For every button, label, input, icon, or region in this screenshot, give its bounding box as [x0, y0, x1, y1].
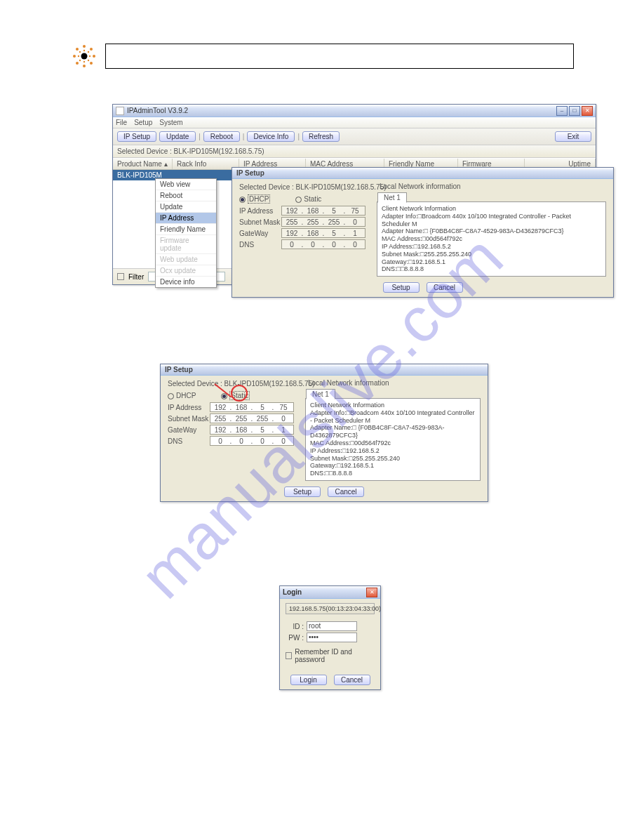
- close-button[interactable]: ✕: [582, 106, 593, 116]
- radio-dhcp-2[interactable]: [168, 393, 174, 399]
- reboot-button[interactable]: Reboot: [203, 131, 240, 142]
- info-adapter-info-2: Adapter Info:□Broadcom 440x 10/100 Integ…: [310, 409, 476, 425]
- label-gw: GateWay: [239, 230, 281, 237]
- info-ip-2: IP Address:□192.168.5.2: [310, 447, 476, 455]
- label-ip-2: IP Address: [168, 404, 210, 411]
- info-mask: Subnet Mask:□255.255.255.240: [382, 251, 601, 258]
- update-button[interactable]: Update: [159, 131, 196, 142]
- radio-dhcp-label-2: DHCP: [176, 392, 196, 399]
- ctx-web-update: Web update: [156, 254, 216, 265]
- login-pw-input[interactable]: ••••: [307, 633, 357, 642]
- separator: |: [297, 133, 300, 140]
- window-title: IPAdminTool V3.9.2: [127, 107, 556, 114]
- svg-point-2: [83, 65, 86, 67]
- input-gateway-2[interactable]: 192.168.5.1: [210, 425, 294, 435]
- selected-device-value: BLK-IPD105M(192.168.5.75): [174, 147, 264, 155]
- login-pw-label: PW :: [286, 634, 304, 642]
- maximize-button[interactable]: □: [569, 106, 580, 116]
- label-mask: Subnet Mask: [239, 218, 281, 226]
- input-gateway[interactable]: 192.168.5.1: [281, 228, 365, 238]
- setup-button-2[interactable]: Setup: [284, 486, 321, 497]
- svg-point-1: [83, 45, 86, 48]
- login-button[interactable]: Login: [290, 675, 327, 685]
- separator: |: [199, 133, 201, 140]
- info-mac: MAC Address:□00d564f792c: [382, 235, 601, 243]
- login-window: Login ✕ 192.168.5.75(00:13:23:04:33:00) …: [279, 585, 381, 690]
- info-gw-2: Gateway:□192.168.5.1: [310, 462, 476, 470]
- cancel-button[interactable]: Cancel: [427, 282, 463, 293]
- refresh-button[interactable]: Refresh: [302, 131, 340, 142]
- label-mask-2: Subnet Mask: [168, 415, 210, 423]
- svg-point-3: [73, 55, 76, 58]
- input-ip-2[interactable]: 192.168.5.75: [210, 402, 294, 412]
- login-close-button[interactable]: ✕: [366, 588, 377, 597]
- info-dns-2: DNS:□□8.8.8.8: [310, 470, 476, 477]
- selected-device-label: Selected Device :: [117, 147, 172, 155]
- col-product-name[interactable]: Product Name ▴: [113, 159, 173, 169]
- menubar: File Setup System: [113, 117, 596, 128]
- logo-icon: [70, 42, 98, 70]
- svg-point-9: [83, 50, 85, 51]
- svg-point-10: [83, 61, 85, 62]
- ctx-device-info[interactable]: Device info: [156, 277, 216, 287]
- login-titlebar: Login ✕: [280, 586, 380, 599]
- label-dns-2: DNS: [168, 437, 210, 445]
- net-tab[interactable]: Net 1: [377, 192, 407, 203]
- toolbar: IP Setup Update | Reboot | Device Info |…: [113, 128, 596, 145]
- label-gw-2: GateWay: [168, 426, 210, 434]
- ctx-web-view[interactable]: Web view: [156, 179, 216, 190]
- menu-setup[interactable]: Setup: [134, 119, 152, 126]
- filter-checkbox[interactable]: [117, 273, 124, 280]
- svg-point-4: [93, 55, 95, 58]
- svg-point-11: [78, 55, 79, 57]
- ctx-firmware-update: Firmware update: [156, 235, 216, 254]
- info-adapter-name: Adapter Name:□ {F0BB4C8F-C8A7-4529-983A-…: [382, 227, 601, 235]
- remember-label: Remember ID and password: [295, 648, 375, 663]
- menu-system[interactable]: System: [159, 119, 182, 126]
- callout-circle-icon: [231, 385, 248, 402]
- setup-button[interactable]: Setup: [383, 282, 420, 293]
- login-cancel-button[interactable]: Cancel: [334, 675, 370, 685]
- ctx-ip-address[interactable]: IP Address: [156, 213, 216, 224]
- login-id-label: ID :: [286, 623, 304, 630]
- menu-file[interactable]: File: [116, 119, 127, 126]
- ip-setup-title-2: IP Setup: [161, 364, 488, 376]
- deviceinfo-button[interactable]: Device Info: [247, 131, 295, 142]
- svg-point-12: [89, 55, 90, 57]
- label-ip: IP Address: [239, 207, 281, 215]
- header-box: [105, 44, 574, 69]
- ctx-reboot[interactable]: Reboot: [156, 190, 216, 201]
- input-mask[interactable]: 255.255.255.0: [281, 217, 365, 227]
- col-rack-info[interactable]: Rack Info: [173, 159, 239, 169]
- cancel-button-2[interactable]: Cancel: [328, 486, 364, 497]
- remember-checkbox[interactable]: [286, 652, 292, 659]
- selected-device-bar: Selected Device : BLK-IPD105M(192.168.5.…: [113, 145, 596, 158]
- minimize-button[interactable]: –: [556, 106, 568, 116]
- radio-static[interactable]: [295, 197, 302, 203]
- info-ip: IP Address:□192.168.5.2: [382, 243, 601, 251]
- info-dns: DNS:□□8.8.8.8: [382, 265, 601, 273]
- svg-point-8: [90, 62, 93, 65]
- net-tab-2[interactable]: Net 1: [306, 389, 335, 399]
- login-id-input[interactable]: root: [307, 621, 357, 631]
- ip-setup-sel-label: Selected Device :: [239, 183, 294, 191]
- radio-dhcp[interactable]: [239, 197, 246, 203]
- ctx-friendly-name[interactable]: Friendly Name: [156, 224, 216, 235]
- input-mask-2[interactable]: 255.255.255.0: [210, 413, 294, 423]
- titlebar: IPAdminTool V3.9.2 – □ ✕: [113, 105, 596, 117]
- info-mask-2: Subnet Mask:□255.255.255.240: [310, 455, 476, 463]
- svg-point-0: [81, 53, 88, 60]
- login-address: 192.168.5.75(00:13:23:04:33:00): [286, 603, 375, 614]
- svg-point-13: [79, 51, 81, 53]
- ip-setup-title: IP Setup: [232, 168, 613, 179]
- ipsetup-button[interactable]: IP Setup: [117, 131, 156, 142]
- input-ip[interactable]: 192.168.5.75: [281, 206, 365, 216]
- input-dns-2[interactable]: 0.0.0.0: [210, 436, 294, 446]
- input-dns[interactable]: 0.0.0.0: [281, 239, 365, 249]
- svg-point-15: [79, 60, 81, 61]
- exit-button[interactable]: Exit: [555, 131, 591, 142]
- page-header: [70, 42, 574, 70]
- ctx-update[interactable]: Update: [156, 201, 216, 213]
- info-gw: Gateway:□192.168.5.1: [382, 258, 601, 266]
- info-head: Client Network Information: [382, 205, 601, 213]
